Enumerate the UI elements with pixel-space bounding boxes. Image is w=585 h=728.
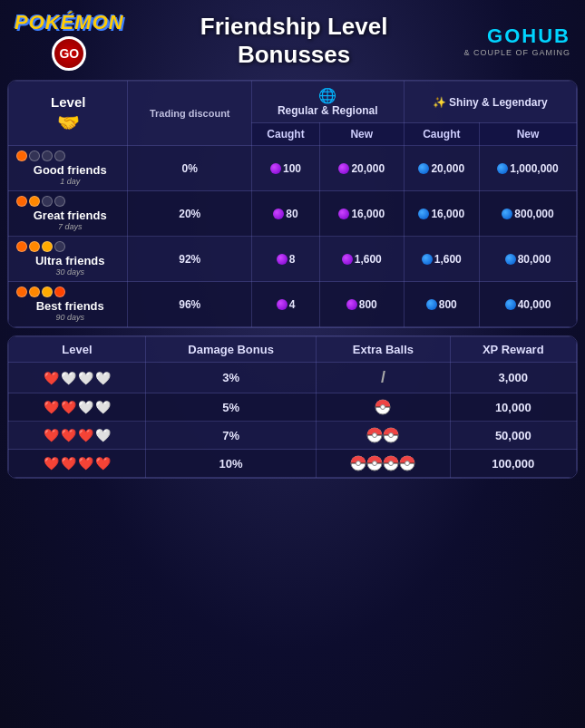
trading-table-container: Level 🤝 Trading discount 🌐 Regular & Reg…: [7, 80, 578, 328]
level-cell: Ultra friends 30 days: [9, 237, 128, 282]
regular-caught-cell: 4: [252, 282, 320, 327]
gohub-sub: & COUPLE OF GAMING: [463, 48, 570, 57]
discount-cell: 20%: [128, 191, 252, 237]
go-text: GO: [59, 46, 79, 61]
trading-table: Level 🤝 Trading discount 🌐 Regular & Reg…: [8, 81, 577, 327]
bonus-row: ❤️❤️❤️🤍 7% 50,000: [9, 422, 577, 450]
xp-cell: 50,000: [450, 422, 576, 450]
gohub-logo: GOHUB & COUPLE OF GAMING: [463, 24, 570, 57]
discount-cell: 92%: [128, 237, 252, 282]
main-title: Friendship Level Bonusses: [124, 13, 464, 69]
svg-point-5: [373, 433, 377, 438]
bonus-header-row: Level Damage Bonus Extra Balls XP Reward: [9, 337, 577, 363]
level-cell: Good friends 1 day: [9, 146, 128, 191]
pokemon-logo: POKÉMON GO: [15, 11, 124, 71]
xp-cell: 3,000: [450, 363, 576, 393]
damage-cell: 7%: [145, 422, 316, 450]
regular-regional-header: 🌐 Regular & Regional: [252, 82, 404, 123]
shiny-caught-header: Caught: [404, 123, 480, 146]
bonus-row: ❤️🤍🤍🤍 3% / 3,000: [9, 363, 577, 393]
damage-cell: 3%: [145, 363, 316, 393]
table-row: Great friends 7 days 20% 80 16,000 16,00…: [9, 191, 577, 237]
shiny-caught-cell: 1,600: [404, 237, 480, 282]
trading-discount-header: Trading discount: [128, 82, 252, 146]
table-header-top: Level 🤝 Trading discount 🌐 Regular & Reg…: [9, 82, 577, 123]
gohub-brand: GOHUB: [487, 24, 570, 48]
svg-point-20: [405, 461, 410, 466]
shiny-new-cell: 1,000,000: [480, 146, 577, 191]
regular-new-cell: 16,000: [319, 191, 404, 237]
xp-cell: 100,000: [450, 450, 576, 478]
shiny-new-header: New: [480, 123, 577, 146]
shiny-legendary-header: ✨ Shiny & Legendary: [404, 82, 576, 123]
bonus-level-cell: ❤️❤️🤍🤍: [9, 393, 146, 422]
regular-new-cell: 1,600: [319, 237, 404, 282]
balls-cell: /: [317, 363, 450, 393]
bonus-level-cell: ❤️❤️❤️❤️: [9, 450, 146, 478]
table-row: Good friends 1 day 0% 100 20,000 20,000 …: [9, 146, 577, 191]
discount-cell: 0%: [128, 146, 252, 191]
table-row: Ultra friends 30 days 92% 8 1,600 1,600 …: [9, 237, 577, 282]
header: POKÉMON GO Friendship Level Bonusses GOH…: [7, 7, 578, 74]
balls-cell: [317, 393, 450, 422]
damage-cell: 5%: [145, 393, 316, 422]
regular-caught-header: Caught: [252, 123, 320, 146]
regular-caught-cell: 80: [252, 191, 320, 237]
discount-cell: 96%: [128, 282, 252, 327]
bonus-level-cell: ❤️❤️❤️🤍: [9, 422, 146, 450]
shiny-new-cell: 80,000: [480, 237, 577, 282]
extra-balls-header: Extra Balls: [317, 337, 450, 363]
regular-caught-cell: 100: [252, 146, 320, 191]
bonus-row: ❤️❤️🤍🤍 5% 10,000: [9, 393, 577, 422]
bonus-table-container: Level Damage Bonus Extra Balls XP Reward…: [7, 335, 578, 479]
regular-caught-cell: 8: [252, 237, 320, 282]
shiny-new-cell: 800,000: [480, 191, 577, 237]
regular-new-cell: 800: [319, 282, 404, 327]
damage-cell: 10%: [145, 450, 316, 478]
xp-reward-header: XP Reward: [450, 337, 576, 363]
regular-new-header: New: [319, 123, 404, 146]
level-cell: Great friends 7 days: [9, 191, 128, 237]
page-wrapper: POKÉMON GO Friendship Level Bonusses GOH…: [0, 0, 585, 728]
svg-point-11: [356, 461, 361, 466]
regular-new-cell: 20,000: [319, 146, 404, 191]
bonus-level-header: Level: [9, 337, 146, 363]
svg-point-17: [389, 461, 394, 466]
level-header-cell: Level 🤝: [9, 82, 128, 146]
shiny-caught-cell: 20,000: [404, 146, 480, 191]
pokemon-wordmark: POKÉMON: [15, 11, 124, 34]
title-block: Friendship Level Bonusses: [124, 13, 464, 69]
level-cell: Best friends 90 days: [9, 282, 128, 327]
balls-cell: [317, 450, 450, 478]
svg-point-14: [373, 461, 377, 466]
damage-bonus-header: Damage Bonus: [145, 337, 316, 363]
pokemon-go-badge: GO: [52, 36, 86, 71]
bonus-table: Level Damage Bonus Extra Balls XP Reward…: [8, 336, 577, 478]
balls-cell: [317, 422, 450, 450]
shiny-caught-cell: 16,000: [404, 191, 480, 237]
svg-point-2: [381, 405, 385, 410]
table-row: Best friends 90 days 96% 4 800 800 40,00…: [9, 282, 577, 327]
svg-point-8: [389, 433, 394, 438]
bonus-level-cell: ❤️🤍🤍🤍: [9, 363, 146, 393]
xp-cell: 10,000: [450, 393, 576, 422]
bonus-row: ❤️❤️❤️❤️ 10% 100,000: [9, 450, 577, 478]
shiny-new-cell: 40,000: [480, 282, 577, 327]
shiny-caught-cell: 800: [404, 282, 480, 327]
